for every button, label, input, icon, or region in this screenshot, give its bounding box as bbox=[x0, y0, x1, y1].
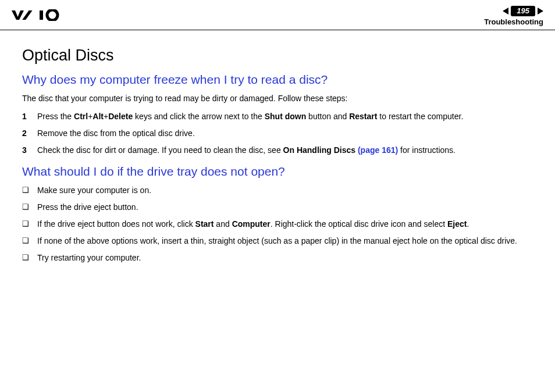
page-link[interactable]: (page 161) bbox=[355, 145, 398, 155]
list-item: Make sure your computer is on. bbox=[22, 184, 533, 197]
svg-rect-0 bbox=[40, 10, 43, 20]
header-right: 195 Troubleshooting bbox=[484, 6, 543, 26]
vaio-logo bbox=[12, 9, 67, 21]
question-heading-1: Why does my computer freeze when I try t… bbox=[22, 73, 533, 87]
steps-list-1: Press the Ctrl+Alt+Delete keys and click… bbox=[22, 111, 533, 156]
question-heading-2: What should I do if the drive tray does … bbox=[22, 165, 533, 179]
step-text: Press the Ctrl+Alt+Delete keys and click… bbox=[37, 111, 533, 123]
bullet-text: Press the drive eject button. bbox=[37, 201, 533, 213]
page-header: 195 Troubleshooting bbox=[0, 0, 555, 30]
step-item: Remove the disc from the optical disc dr… bbox=[22, 127, 533, 140]
step-text: Check the disc for dirt or damage. If yo… bbox=[37, 144, 533, 156]
page-navigation: 195 bbox=[503, 6, 543, 16]
intro-paragraph-1: The disc that your computer is trying to… bbox=[22, 92, 533, 105]
page-number: 195 bbox=[511, 6, 535, 16]
bullet-text: If the drive eject button does not work,… bbox=[37, 218, 533, 230]
bullet-text: Try restarting your computer. bbox=[37, 252, 533, 264]
step-text: Remove the disc from the optical disc dr… bbox=[37, 127, 533, 140]
prev-page-icon[interactable] bbox=[503, 8, 508, 15]
list-item: Press the drive eject button. bbox=[22, 201, 533, 213]
next-page-icon[interactable] bbox=[538, 8, 543, 15]
bullet-text: Make sure your computer is on. bbox=[37, 184, 533, 197]
bullet-text: If none of the above options work, inser… bbox=[37, 235, 533, 247]
list-item: If the drive eject button does not work,… bbox=[22, 218, 533, 230]
list-item: If none of the above options work, inser… bbox=[22, 235, 533, 247]
page-content: Optical Discs Why does my computer freez… bbox=[0, 30, 555, 264]
bullets-list-2: Make sure your computer is on. Press the… bbox=[22, 184, 533, 264]
step-item: Press the Ctrl+Alt+Delete keys and click… bbox=[22, 111, 533, 123]
svg-point-1 bbox=[47, 10, 58, 20]
section-label: Troubleshooting bbox=[484, 17, 543, 26]
list-item: Try restarting your computer. bbox=[22, 252, 533, 264]
step-item: Check the disc for dirt or damage. If yo… bbox=[22, 144, 533, 156]
page-title: Optical Discs bbox=[22, 47, 533, 65]
